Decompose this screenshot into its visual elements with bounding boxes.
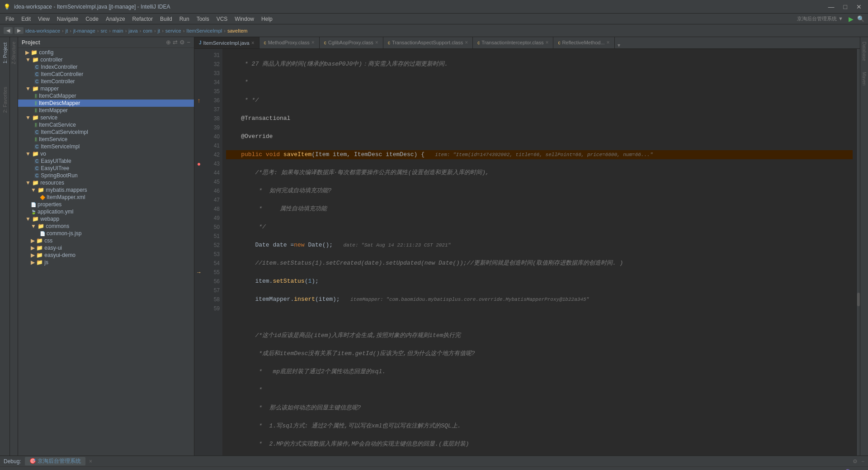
breadcrumb-itemserviceimpl[interactable]: ItemServiceImpl bbox=[186, 28, 222, 33]
tree-item-itemservice[interactable]: I ItemService bbox=[18, 136, 194, 143]
menu-tools[interactable]: Tools bbox=[193, 15, 213, 23]
tab-close-icon[interactable]: × bbox=[311, 39, 315, 46]
vtab-maven[interactable]: Maven bbox=[861, 71, 867, 86]
tree-item-itemcatmapper[interactable]: I ItemCatMapper bbox=[18, 92, 194, 100]
tree-item-itemdescmapper[interactable]: I ItemDescMapper bbox=[18, 100, 194, 107]
tree-item-indexcontroller[interactable]: C IndexController bbox=[18, 63, 194, 71]
vtab-project[interactable]: 1: Project bbox=[1, 41, 9, 65]
tree-item-itemserviceimpl[interactable]: C ItemServiceImpl bbox=[18, 143, 194, 150]
breadcrumb-saveitem[interactable]: saveItem bbox=[227, 28, 248, 33]
breadcrumb-src[interactable]: src bbox=[100, 28, 107, 33]
tree-item-itemcontroller[interactable]: C ItemController bbox=[18, 78, 194, 85]
panel-tool-minimize[interactable]: − bbox=[187, 39, 190, 46]
debug-minimize-icon[interactable]: − bbox=[861, 458, 864, 465]
tree-item-js[interactable]: ▶ 📁 js bbox=[18, 259, 194, 266]
vtab-structure[interactable]: Z-Structure bbox=[11, 41, 17, 65]
tab-methodproxy[interactable]: c MethodProxy.class × bbox=[259, 37, 320, 48]
debug-run-to-cursor-icon[interactable]: ⤵ bbox=[834, 468, 840, 470]
panel-tool-settings[interactable]: ⚙ bbox=[179, 39, 185, 46]
tree-item-commonjsjsp[interactable]: 📄 common-js.jsp bbox=[18, 230, 194, 237]
breadcrumb-jt[interactable]: jt bbox=[66, 28, 68, 33]
tree-item-css[interactable]: ▶ 📁 css bbox=[18, 237, 194, 244]
tree-item-easyui[interactable]: ▶ 📁 easy-ui bbox=[18, 244, 194, 252]
tab-more-button[interactable]: ▾ bbox=[615, 42, 623, 48]
tab-itemserviceimpl[interactable]: J ItemServiceImpl.java × bbox=[194, 37, 259, 48]
tab-close-icon[interactable]: × bbox=[375, 39, 378, 46]
debug-step-over-icon[interactable]: ↷ bbox=[807, 468, 815, 470]
breadcrumb-java[interactable]: java bbox=[128, 28, 137, 33]
menu-vcs[interactable]: VCS bbox=[213, 15, 231, 23]
scrollbar-thumb[interactable] bbox=[857, 293, 860, 306]
debug-evaluate-icon[interactable]: 🔮 bbox=[842, 468, 853, 470]
tree-item-config[interactable]: ▶ 📁 config bbox=[18, 49, 194, 56]
menu-refactor[interactable]: Refactor bbox=[129, 15, 156, 23]
tab-transactioninterceptor[interactable]: c TransactionInterceptor.class × bbox=[473, 37, 553, 48]
breadcrumb-manage[interactable]: jt-manage bbox=[73, 28, 95, 33]
tab-reflectivemethod[interactable]: c ReflectiveMethod... × bbox=[553, 37, 614, 48]
debug-step-into-icon[interactable]: ↓ bbox=[817, 468, 824, 470]
tree-item-applicationyml[interactable]: 🍃 application.yml bbox=[18, 208, 194, 215]
tree-item-easyuidemo[interactable]: ▶ 📁 easyui-demo bbox=[18, 252, 194, 259]
tab-cglibaopproxy[interactable]: c CglibAopProxy.class × bbox=[320, 37, 383, 48]
tree-item-easyuitree[interactable]: C EasyUITree bbox=[18, 165, 194, 172]
debug-tab-console[interactable]: Console bbox=[40, 469, 71, 470]
tree-item-controller[interactable]: ▼ 📁 controller bbox=[18, 56, 194, 63]
menu-help[interactable]: Help bbox=[258, 15, 276, 23]
breadcrumb-com[interactable]: com bbox=[143, 28, 152, 33]
breakpoint-icon[interactable]: ● bbox=[197, 160, 201, 167]
back-button[interactable]: ◀ bbox=[4, 27, 13, 34]
tree-item-itemmapper[interactable]: I ItemMapper bbox=[18, 107, 194, 114]
vtab-favorites[interactable]: 2: Favorites bbox=[1, 85, 9, 114]
breadcrumb-project[interactable]: idea-workspace bbox=[25, 28, 60, 33]
code-line-34: @Transactional bbox=[226, 114, 853, 123]
minimize-button[interactable]: — bbox=[826, 2, 837, 11]
breadcrumb-jt2[interactable]: jt bbox=[158, 28, 160, 33]
tree-item-resources[interactable]: ▼ 📁 resources bbox=[18, 179, 194, 186]
tree-item-mapper[interactable]: ▼ 📁 mapper bbox=[18, 85, 194, 92]
forward-button[interactable]: ▶ bbox=[14, 27, 24, 34]
tab-transactionaspect[interactable]: c TransactionAspectSupport.class × bbox=[383, 37, 473, 48]
tree-item-service[interactable]: ▼ 📁 service bbox=[18, 114, 194, 121]
code-content[interactable]: * 27 商品入库的时间(继承的baseP0J0中)：商安需入库存的过期更新时间… bbox=[222, 49, 856, 456]
menu-build[interactable]: Build bbox=[156, 15, 176, 23]
panel-tool-sync[interactable]: ⇄ bbox=[173, 39, 178, 46]
debug-close-icon[interactable]: × bbox=[89, 458, 92, 465]
breadcrumb-main[interactable]: main bbox=[113, 28, 123, 33]
tab-close-icon[interactable]: × bbox=[251, 40, 255, 46]
close-button[interactable]: ✕ bbox=[854, 2, 864, 11]
tree-item-webapp[interactable]: ▼ 📁 webapp bbox=[18, 215, 194, 223]
tree-item-itemmapperxml[interactable]: 🔶 ItemMapper.xml bbox=[18, 194, 194, 201]
editor-scrollbar[interactable] bbox=[856, 49, 860, 456]
menu-analyze[interactable]: Analyze bbox=[102, 15, 129, 23]
menu-navigate[interactable]: Navigate bbox=[53, 15, 82, 23]
tree-item-itemcatserviceimpl[interactable]: C ItemCatServiceImpl bbox=[18, 128, 194, 136]
tree-item-easyuitable[interactable]: C EasyUITable bbox=[18, 157, 194, 165]
panel-tool-add[interactable]: ⊕ bbox=[166, 39, 171, 46]
tab-close-icon[interactable]: × bbox=[607, 39, 610, 46]
debug-tab-debugger[interactable]: Debugger bbox=[4, 468, 38, 470]
tab-close-icon[interactable]: × bbox=[545, 39, 548, 46]
tree-item-mybatismappers[interactable]: ▼ 📁 mybatis.mappers bbox=[18, 186, 194, 194]
breadcrumb-service[interactable]: service bbox=[165, 28, 181, 33]
debug-settings-icon[interactable]: ⚙ bbox=[853, 458, 858, 465]
menu-window[interactable]: Window bbox=[231, 15, 258, 23]
tree-item-properties[interactable]: 📄 properties bbox=[18, 201, 194, 208]
menu-code[interactable]: Code bbox=[82, 15, 102, 23]
tree-item-springbootrun[interactable]: C SpringBootRun bbox=[18, 172, 194, 179]
menu-edit[interactable]: Edit bbox=[18, 15, 34, 23]
tab-close-icon[interactable]: × bbox=[465, 39, 468, 46]
tree-item-commons[interactable]: ▼ 📁 commons bbox=[18, 223, 194, 230]
menu-view[interactable]: View bbox=[34, 15, 53, 23]
tree-item-itemcatservice[interactable]: I ItemCatService bbox=[18, 121, 194, 128]
tree-item-itemcatcontroller[interactable]: C ItemCatController bbox=[18, 71, 194, 78]
menu-run[interactable]: Run bbox=[176, 15, 193, 23]
debug-step-out-icon[interactable]: ↑ bbox=[826, 468, 832, 470]
debug-tab-endpoints[interactable]: Endpoints bbox=[73, 469, 108, 470]
menu-file[interactable]: File bbox=[2, 15, 18, 23]
vtab-database[interactable]: Database bbox=[861, 41, 867, 62]
tree-item-vo[interactable]: ▼ 📁 vo bbox=[18, 150, 194, 157]
maximize-button[interactable]: □ bbox=[841, 2, 850, 11]
debug-more-icon[interactable]: ⋮ bbox=[855, 468, 864, 470]
gutter-36: ↑ bbox=[198, 96, 201, 105]
debug-app-tab[interactable]: 🎯 京淘后台管理系统 bbox=[25, 457, 85, 465]
